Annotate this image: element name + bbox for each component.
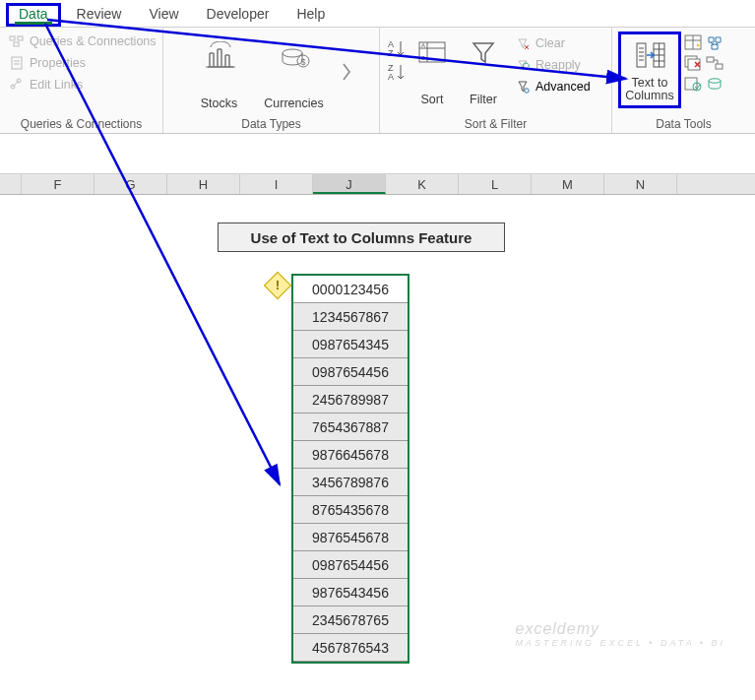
chevron-right-icon[interactable] bbox=[342, 60, 351, 88]
reapply-label: Reapply bbox=[535, 58, 581, 72]
tab-help[interactable]: Help bbox=[284, 3, 337, 27]
tab-review[interactable]: Review bbox=[65, 3, 134, 27]
colhead-L[interactable]: L bbox=[459, 174, 532, 194]
svg-text:A: A bbox=[421, 42, 425, 48]
text-to-columns-button[interactable]: Text to Columns bbox=[618, 32, 681, 108]
advanced-label: Advanced bbox=[535, 80, 591, 94]
edit-links-icon bbox=[8, 76, 26, 94]
filter-button[interactable]: Filter bbox=[461, 32, 506, 108]
svg-rect-0 bbox=[10, 36, 15, 40]
watermark: exceldemy MASTERING EXCEL • DATA • BI bbox=[516, 620, 726, 648]
cell[interactable]: 2345678765 bbox=[293, 606, 408, 634]
cell[interactable]: 3456789876 bbox=[293, 469, 408, 496]
group-types-label: Data Types bbox=[169, 115, 373, 131]
colhead-F[interactable]: F bbox=[22, 174, 94, 194]
svg-rect-1 bbox=[18, 36, 23, 40]
cell[interactable]: 1234567867 bbox=[293, 303, 408, 331]
flash-fill-icon[interactable] bbox=[684, 33, 702, 51]
sort-asc-icon[interactable]: AZ bbox=[386, 39, 404, 57]
svg-point-22 bbox=[525, 89, 529, 93]
stocks-icon bbox=[204, 39, 235, 73]
ribbon: Queries & Connections Properties Edit Li… bbox=[0, 28, 755, 134]
group-queries-label: Queries & Connections bbox=[6, 115, 157, 131]
filter-label: Filter bbox=[470, 93, 497, 106]
t2c-label1: Text to bbox=[632, 76, 668, 90]
title-cell[interactable]: Use of Text to Columns Feature bbox=[218, 223, 505, 252]
selected-range[interactable]: 0000123456 1234567867 0987654345 0987654… bbox=[291, 274, 409, 664]
colhead-J[interactable]: J bbox=[313, 174, 386, 194]
advanced-button[interactable]: Advanced bbox=[512, 77, 593, 96]
tools-col-2 bbox=[705, 32, 724, 93]
colhead-K[interactable]: K bbox=[386, 174, 459, 194]
data-model-icon[interactable] bbox=[706, 75, 724, 93]
sort-button[interactable]: AZ Sort bbox=[409, 32, 455, 108]
group-sort-filter: AZ ZA AZ Sort Filter Clear Reapply bbox=[380, 28, 612, 133]
watermark-sub: MASTERING EXCEL • DATA • BI bbox=[516, 638, 726, 648]
consolidate-icon[interactable] bbox=[706, 33, 724, 51]
sort-label: Sort bbox=[421, 93, 444, 106]
svg-rect-3 bbox=[12, 57, 22, 69]
svg-text:Z: Z bbox=[388, 48, 394, 58]
error-indicator-icon[interactable]: ! bbox=[264, 272, 291, 299]
tab-view[interactable]: View bbox=[137, 3, 190, 27]
sort-icon: AZ bbox=[416, 35, 448, 69]
advanced-icon bbox=[514, 78, 532, 95]
select-all-corner[interactable] bbox=[0, 174, 22, 194]
tab-developer[interactable]: Developer bbox=[195, 3, 282, 27]
svg-text:A: A bbox=[388, 72, 394, 82]
menu-tabs: Data Review View Developer Help bbox=[0, 0, 755, 28]
relationships-icon[interactable] bbox=[706, 54, 724, 72]
properties-button[interactable]: Properties bbox=[6, 53, 158, 73]
queries-connections-label: Queries & Connections bbox=[30, 34, 157, 48]
colhead-M[interactable]: M bbox=[532, 174, 604, 194]
remove-duplicates-icon[interactable] bbox=[684, 54, 702, 72]
reapply-button[interactable]: Reapply bbox=[512, 55, 593, 75]
currencies-button[interactable]: $ Currencies bbox=[267, 35, 322, 112]
svg-rect-23 bbox=[637, 43, 646, 67]
group-tools-label: Data Tools bbox=[618, 115, 749, 131]
group-data-tools: Text to Columns Data Tools bbox=[612, 28, 755, 133]
tab-data[interactable]: Data bbox=[6, 3, 61, 27]
svg-rect-40 bbox=[685, 78, 697, 90]
group-data-types: Stocks $ Currencies Data Types bbox=[163, 28, 380, 133]
colhead-N[interactable]: N bbox=[604, 174, 677, 194]
cell[interactable]: 9876645678 bbox=[293, 441, 408, 469]
worksheet[interactable]: Use of Text to Columns Feature ! 0000123… bbox=[0, 195, 755, 687]
cell[interactable]: 0987654456 bbox=[293, 551, 408, 579]
data-validation-icon[interactable] bbox=[684, 75, 702, 93]
cell[interactable]: 0000123456 bbox=[293, 276, 408, 303]
svg-text:$: $ bbox=[300, 57, 305, 67]
watermark-main: exceldemy bbox=[516, 620, 599, 637]
svg-rect-2 bbox=[14, 42, 19, 46]
stocks-button[interactable]: Stocks bbox=[192, 35, 247, 112]
cell[interactable]: 2456789987 bbox=[293, 386, 408, 414]
cell[interactable]: 9876543456 bbox=[293, 579, 408, 606]
colhead-I[interactable]: I bbox=[240, 174, 313, 194]
properties-label: Properties bbox=[30, 56, 86, 70]
edit-links-label: Edit Links bbox=[30, 78, 83, 92]
clear-label: Clear bbox=[535, 36, 565, 50]
cell[interactable]: 4567876543 bbox=[293, 634, 408, 662]
text-to-columns-icon bbox=[634, 38, 665, 72]
colhead-G[interactable]: G bbox=[94, 174, 167, 194]
sort-desc-icon[interactable]: ZA bbox=[386, 63, 404, 81]
cell[interactable]: 9876545678 bbox=[293, 524, 408, 551]
filter-icon bbox=[468, 35, 499, 69]
cell[interactable]: 7654367887 bbox=[293, 414, 408, 441]
colhead-H[interactable]: H bbox=[167, 174, 240, 194]
currencies-label: Currencies bbox=[264, 96, 323, 110]
t2c-label2: Columns bbox=[625, 89, 673, 102]
cell[interactable]: 8765435678 bbox=[293, 496, 408, 524]
connections-icon bbox=[8, 32, 26, 50]
queries-connections-button[interactable]: Queries & Connections bbox=[6, 32, 158, 51]
stocks-label: Stocks bbox=[201, 96, 238, 110]
cell[interactable]: 0987654345 bbox=[293, 331, 408, 358]
column-headers: F G H I J K L M N bbox=[0, 173, 755, 195]
svg-point-8 bbox=[283, 49, 302, 57]
cell[interactable]: 0987654456 bbox=[293, 358, 408, 386]
clear-button[interactable]: Clear bbox=[512, 33, 593, 53]
reapply-icon bbox=[514, 56, 532, 74]
edit-links-button[interactable]: Edit Links bbox=[6, 75, 158, 95]
svg-rect-42 bbox=[707, 57, 714, 62]
properties-icon bbox=[8, 54, 26, 72]
